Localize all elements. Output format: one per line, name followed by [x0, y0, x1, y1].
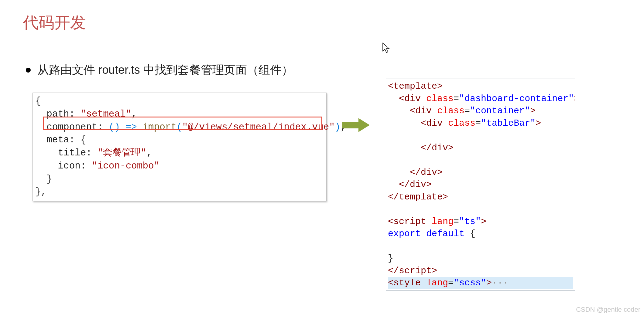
code-token: =>	[126, 122, 137, 132]
code-token: lang	[432, 216, 454, 227]
code-token: {	[35, 96, 41, 106]
code-token: },	[35, 186, 46, 197]
svg-marker-1	[383, 43, 389, 53]
svg-marker-0	[342, 118, 370, 132]
page-title: 代码开发	[23, 12, 86, 33]
code-token: class	[426, 93, 454, 104]
code-token: ···	[492, 278, 508, 288]
code-token: "icon-combo"	[92, 161, 159, 171]
code-token: "container"	[470, 106, 530, 116]
code-token: template	[393, 81, 437, 91]
code-token: meta:	[46, 134, 75, 145]
code-token: (	[109, 122, 115, 132]
mouse-cursor-icon	[382, 42, 390, 53]
code-token: class	[448, 118, 475, 128]
left-code-block: { path: "setmeal", component: () => impo…	[33, 93, 327, 201]
code-token: "ts"	[459, 216, 481, 227]
code-token: script	[399, 266, 432, 276]
bullet-item: 从路由文件 router.ts 中找到套餐管理页面（组件）	[26, 62, 293, 78]
code-token: class	[437, 106, 464, 116]
code-token: path:	[46, 109, 75, 119]
code-token: import	[143, 122, 177, 132]
code-token: "tableBar"	[481, 118, 536, 128]
code-token: "scss"	[454, 278, 486, 288]
code-token: title:	[58, 148, 92, 158]
bullet-text: 从路由文件 router.ts 中找到套餐管理页面（组件）	[37, 62, 293, 78]
arrow-right-icon	[342, 117, 371, 134]
code-token: }	[388, 253, 393, 263]
right-code-block: <template> <div class="dashboard-contain…	[386, 79, 575, 291]
code-token: }	[46, 174, 52, 184]
code-token: )	[114, 122, 120, 132]
code-token: {	[470, 229, 475, 239]
code-token: "套餐管理"	[98, 148, 146, 158]
code-token: icon:	[58, 161, 86, 171]
code-token: (	[176, 122, 182, 132]
code-token: ,	[146, 148, 152, 158]
code-token: "setmeal"	[80, 109, 131, 119]
code-token: export default	[388, 229, 464, 239]
code-token: {	[80, 134, 86, 145]
code-token: ,	[131, 109, 137, 119]
code-token: )	[335, 122, 341, 132]
code-token: component:	[46, 122, 103, 132]
code-token: lang	[426, 278, 448, 288]
code-token: "@/views/setmeal/index.vue"	[182, 122, 335, 132]
code-token: "dashboard-container"	[459, 93, 574, 104]
watermark-text: CSDN @gentle coder	[576, 306, 640, 314]
bullet-dot-icon	[26, 68, 31, 73]
